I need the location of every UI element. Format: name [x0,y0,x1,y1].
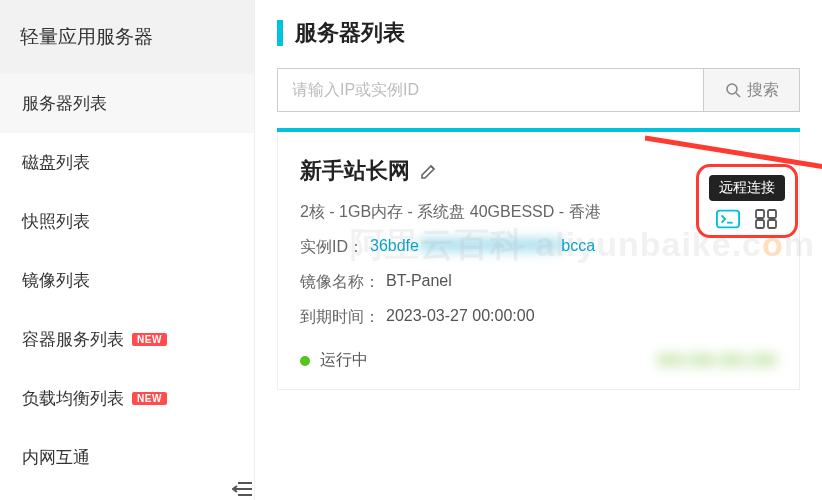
grid-icon[interactable] [754,209,778,229]
image-name-label: 镜像名称： [300,272,380,293]
ip-blurred: 000.000.000.000 [657,352,777,370]
svg-line-1 [736,93,740,97]
sidebar-item-images[interactable]: 镜像列表 [0,251,254,310]
sidebar-item-intranet[interactable]: 内网互通 [0,428,254,487]
status-dot-icon [300,356,310,366]
sidebar-item-snapshots[interactable]: 快照列表 [0,192,254,251]
sidebar-item-label: 快照列表 [22,210,90,233]
sidebar-item-label: 负载均衡列表 [22,387,124,410]
sidebar-item-servers[interactable]: 服务器列表 [0,74,254,133]
remote-connect-tooltip: 远程连接 [709,175,785,201]
svg-rect-7 [756,220,764,228]
image-name-value: BT-Panel [386,272,452,293]
image-name-row: 镜像名称： BT-Panel [300,272,777,293]
instance-id-row: 实例ID： 36bdfe0000000000000000bcca [300,237,777,258]
sidebar-item-label: 磁盘列表 [22,151,90,174]
sidebar-collapse-icon[interactable] [232,480,256,500]
expiry-value: 2023-03-27 00:00:00 [386,307,535,328]
search-button[interactable]: 搜索 [704,68,800,112]
instance-id-value: 36bdfe0000000000000000bcca [370,237,595,258]
sidebar-item-disks[interactable]: 磁盘列表 [0,133,254,192]
page-title-bar: 服务器列表 [255,0,822,62]
page-title: 服务器列表 [295,18,405,48]
new-badge: NEW [132,333,167,346]
sidebar-item-containers[interactable]: 容器服务列表NEW [0,310,254,369]
svg-line-2 [431,166,434,169]
expiry-label: 到期时间： [300,307,380,328]
sidebar-item-label: 容器服务列表 [22,328,124,351]
sidebar-item-label: 镜像列表 [22,269,90,292]
edit-icon[interactable] [420,162,438,180]
status-text: 运行中 [320,350,368,371]
svg-point-0 [727,84,737,94]
search-input[interactable] [277,68,704,112]
sidebar-item-label: 内网互通 [22,446,90,469]
server-name: 新手站长网 [300,156,410,186]
search-row: 搜索 [277,68,800,112]
search-button-label: 搜索 [747,80,779,101]
main-content: 服务器列表 搜索 新手站长网 2 [255,0,822,500]
status-row: 运行中 000.000.000.000 [300,350,777,371]
sidebar-header: 轻量应用服务器 [0,0,254,74]
new-badge: NEW [132,392,167,405]
remote-connect-annotation: 远程连接 [696,164,798,238]
svg-rect-6 [768,210,776,218]
svg-rect-8 [768,220,776,228]
title-accent [277,20,283,46]
sidebar-item-label: 服务器列表 [22,92,107,115]
svg-rect-5 [756,210,764,218]
instance-id-label: 实例ID： [300,237,364,258]
expiry-row: 到期时间： 2023-03-27 00:00:00 [300,307,777,328]
terminal-icon[interactable] [716,209,740,229]
svg-rect-3 [717,211,739,228]
search-icon [725,82,741,98]
sidebar: 轻量应用服务器 服务器列表 磁盘列表 快照列表 镜像列表 容器服务列表NEW 负… [0,0,255,500]
sidebar-item-loadbalancers[interactable]: 负载均衡列表NEW [0,369,254,428]
